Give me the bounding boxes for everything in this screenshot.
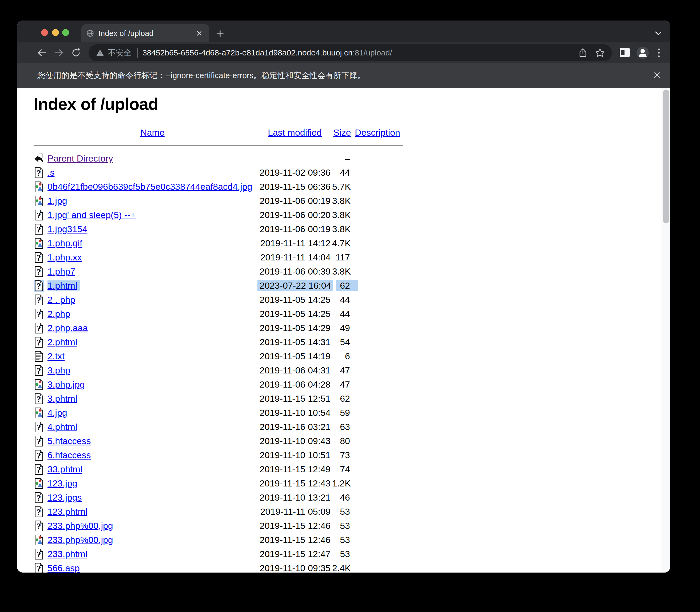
file-size: 3.8K [332,264,352,279]
tab-close-icon[interactable] [195,29,203,37]
file-description [352,561,403,572]
file-size: 46 [332,490,352,504]
file-description [352,462,403,476]
forward-button[interactable] [53,47,65,59]
svg-text:?: ? [37,310,41,319]
browser-tab[interactable]: Index of /upload [81,24,209,42]
file-link[interactable]: 4.jpg [48,407,67,418]
image-icon [33,534,44,546]
scrollbar-thumb[interactable] [663,89,669,223]
file-link[interactable]: Parent Directory [48,153,113,163]
file-link[interactable]: 233.php%00.jpg [48,535,113,545]
file-modified: 2019-11-10 10:51 [257,448,332,462]
file-link[interactable]: 233.phtml [48,549,87,559]
unknown-icon: ? [33,223,44,235]
file-size: 4.7K [332,236,352,250]
file-link[interactable]: 2.phtml [48,337,77,347]
file-row: ? 123.phtml 2019-11-11 05:09 53 [33,504,403,519]
file-link[interactable]: 1.php.gif [48,238,82,248]
svg-text:?: ? [37,339,41,347]
menu-kebab-icon[interactable] [656,47,662,59]
file-link[interactable]: .s [48,167,54,178]
traffic-minimize-button[interactable] [52,29,59,36]
unknown-icon: ? [33,252,44,263]
file-link[interactable]: 3.phtml [48,393,77,404]
unknown-icon: ? [33,308,44,320]
file-description [352,490,403,504]
file-size: – [332,151,352,166]
file-description [352,236,403,250]
url-text[interactable]: 38452b65-6556-4d68-a72b-e81da1d98a02.nod… [143,48,578,57]
traffic-zoom-button[interactable] [62,29,69,36]
file-link[interactable]: 6.htaccess [48,450,91,460]
file-link[interactable]: 1.jpg3154 [48,224,87,234]
file-link[interactable]: 1.php.xx [48,252,82,262]
address-bar[interactable]: 不安全 38452b65-6556-4d68-a72b-e81da1d98a02… [89,44,612,61]
file-link[interactable]: 233.php%00,jpg [48,520,113,531]
file-size: 2.4K [332,561,352,572]
sort-by-modified-link[interactable]: Last modified [268,127,322,138]
file-size: 47 [332,363,352,377]
file-link[interactable]: 4.phtml [48,422,77,432]
unknown-icon: ? [33,548,44,560]
file-link[interactable]: 1.php7 [48,266,75,276]
file-row: ? 2.php.aaa 2019-11-05 14:29 49 [33,321,403,335]
reload-button[interactable] [70,47,82,59]
file-link[interactable]: 0b46f21fbe096b639cf5b75e0c338744eaf8acd4… [48,182,252,192]
file-row: ? 123.jpgs 2019-11-10 13:21 46 [33,490,403,504]
file-link[interactable]: 566.asp [48,563,80,572]
file-size: 53 [332,504,352,519]
file-link[interactable]: 3.php [48,365,70,375]
file-link[interactable]: 2.php [48,309,70,319]
file-modified: 2019-11-16 03:21 [257,420,332,434]
infobar-close-icon[interactable] [652,70,662,80]
svg-text:?: ? [37,296,41,305]
infobar-message: 您使用的是不受支持的命令行标记：--ignore-certificate-err… [37,70,365,81]
file-link[interactable]: 123.jpg [48,478,77,488]
file-link[interactable]: 1.jpg' and sleep(5) --+ [48,210,136,220]
svg-text:?: ? [37,551,41,559]
sort-by-description-link[interactable]: Description [355,127,400,138]
file-row: 2.txt 2019-11-05 14:19 6 [33,349,403,363]
back-icon [33,153,44,165]
share-icon[interactable] [578,48,588,58]
file-link[interactable]: 2.php.aaa [48,323,88,333]
file-row: ? 2.php 2019-11-05 14:25 44 [33,307,403,321]
tab-search-chevron-icon[interactable] [654,30,663,37]
file-link[interactable]: 1.jpg [48,196,67,206]
svg-text:?: ? [37,282,41,291]
sort-by-name-link[interactable]: Name [140,127,165,138]
file-link[interactable]: 2.txt [48,351,65,361]
globe-icon [86,29,94,37]
not-secure-warning-icon[interactable] [96,49,104,57]
file-row: 1.jpg 2019-11-06 00:19 3.8K [33,194,403,208]
traffic-close-button[interactable] [41,29,48,36]
new-tab-button[interactable] [216,29,225,38]
bookmark-star-icon[interactable] [595,48,605,58]
file-link[interactable]: 2 . php [48,294,75,305]
file-modified: 2019-11-06 04:31 [257,363,332,377]
file-link[interactable]: 5.htaccess [48,436,91,446]
file-link[interactable]: 123.jpgs [48,492,82,502]
file-row: Parent Directory – [33,151,403,166]
file-modified: 2019-11-15 06:36 [257,180,332,194]
file-link[interactable]: 33.phtml [48,464,82,474]
url-host: 38452b65-6556-4d68-a72b-e81da1d98a02.nod… [143,48,352,57]
sort-by-size-link[interactable]: Size [333,127,351,138]
file-modified: 2019-11-06 00:20 [257,208,332,222]
file-link[interactable]: 123.phtml [48,506,87,517]
back-button[interactable] [36,47,48,59]
file-modified: 2019-11-15 12:46 [257,519,332,533]
file-link[interactable]: 1.phtml [48,280,80,291]
security-label[interactable]: 不安全 [108,47,132,58]
side-panel-icon[interactable] [619,48,630,57]
profile-avatar[interactable] [636,47,649,59]
page-scrollbar[interactable] [662,88,670,572]
image-icon [33,478,44,489]
file-row: ? 233.phtml 2019-11-15 12:47 53 [33,547,403,561]
image-icon [33,407,44,419]
file-table-body: Parent Directory – ? .s 2019-11-02 09:36… [33,151,403,572]
file-row: ? 4.phtml 2019-11-16 03:21 63 [33,420,403,434]
file-link[interactable]: 3.php.jpg [48,379,85,389]
table-header-row: Name Last modified Size Description [33,125,403,140]
